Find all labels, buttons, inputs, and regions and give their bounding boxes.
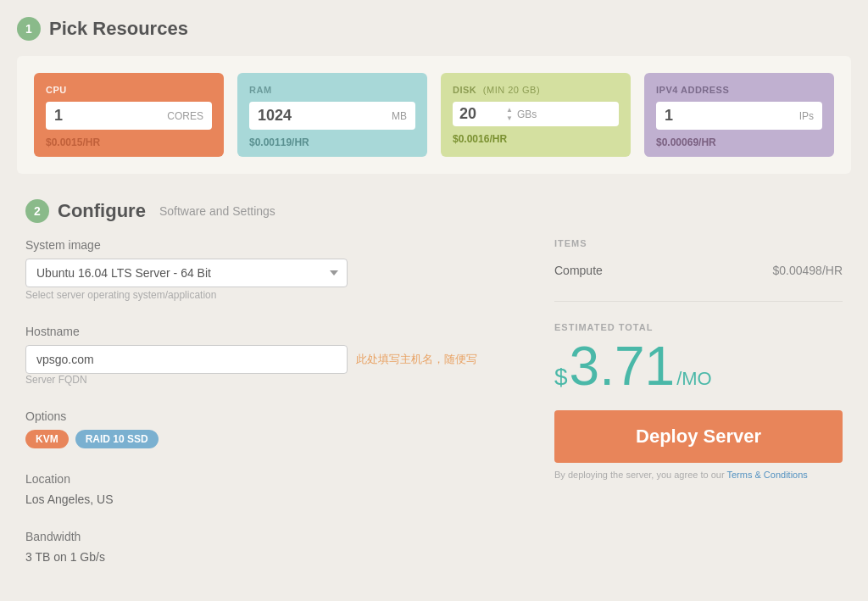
ram-label: RAM bbox=[249, 85, 415, 95]
section-2-number: 2 bbox=[25, 199, 49, 223]
terms-text: By deploying the server, you agree to ou… bbox=[554, 470, 843, 480]
disk-input-row[interactable]: ▲ ▼ GBs bbox=[453, 102, 619, 126]
ram-card: RAM 1024 MB $0.00119/HR bbox=[237, 73, 427, 157]
ipv4-input-row: 1 IPs bbox=[656, 102, 822, 130]
resources-grid: CPU 1 CORES $0.0015/HR RAM 1024 MB bbox=[34, 73, 834, 157]
cpu-price: $0.0015/HR bbox=[46, 136, 212, 148]
options-label: Options bbox=[25, 409, 529, 423]
configure-left: System image Ubuntu 16.04 LTS Server - 6… bbox=[25, 238, 529, 587]
disk-unit: GBs bbox=[517, 109, 537, 120]
estimated-total-section: ESTIMATED TOTAL $ 3.71 /MO bbox=[554, 322, 843, 393]
disk-label-suffix: (MIN 20 GB) bbox=[483, 85, 540, 95]
bandwidth-value: 3 TB on 1 Gb/s bbox=[25, 550, 105, 564]
hostname-annotation: 此处填写主机名，随便写 bbox=[356, 352, 477, 367]
section-2-title: Configure bbox=[58, 200, 146, 222]
section-1-title: Pick Resources bbox=[49, 18, 188, 40]
disk-price: $0.0016/HR bbox=[453, 133, 619, 145]
options-row: Options KVM RAID 10 SSD bbox=[25, 409, 529, 448]
system-image-hint: Select server operating system/applicati… bbox=[25, 289, 529, 301]
items-table: Compute $0.00498/HR bbox=[554, 260, 843, 281]
bandwidth-row: Bandwidth 3 TB on 1 Gb/s bbox=[25, 530, 529, 564]
configure-body: System image Ubuntu 16.04 LTS Server - 6… bbox=[25, 238, 843, 587]
disk-decrement[interactable]: ▼ bbox=[505, 114, 514, 123]
disk-card: DISK (MIN 20 GB) ▲ ▼ GBs $0.0016/HR bbox=[441, 73, 631, 157]
system-image-row: System image Ubuntu 16.04 LTS Server - 6… bbox=[25, 238, 529, 301]
ram-input-row: 1024 MB bbox=[249, 102, 415, 130]
bandwidth-label: Bandwidth bbox=[25, 530, 529, 543]
ram-price: $0.00119/HR bbox=[249, 136, 415, 148]
items-label-compute: Compute bbox=[554, 260, 672, 281]
system-image-select[interactable]: Ubuntu 16.04 LTS Server - 64 BitUbuntu 1… bbox=[25, 259, 348, 287]
items-row-compute: Compute $0.00498/HR bbox=[554, 260, 843, 281]
location-row: Location Los Angeles, US bbox=[25, 472, 529, 506]
ipv4-card: IPV4 ADDRESS 1 IPs $0.00069/HR bbox=[644, 73, 834, 157]
cpu-label: CPU bbox=[46, 85, 212, 95]
cpu-value: 1 bbox=[54, 107, 162, 125]
section-2: 2 Configure Software and Settings System… bbox=[17, 199, 851, 587]
price-amount: 3.71 bbox=[570, 339, 676, 393]
ipv4-unit: IPs bbox=[799, 110, 814, 122]
items-price-compute: $0.00498/HR bbox=[672, 260, 843, 281]
hostname-label: Hostname bbox=[25, 325, 529, 338]
raid-badge: RAID 10 SSD bbox=[75, 430, 159, 448]
location-label: Location bbox=[25, 472, 529, 486]
price-display: $ 3.71 /MO bbox=[554, 339, 843, 393]
cpu-card: CPU 1 CORES $0.0015/HR bbox=[34, 73, 224, 157]
configure-right: ITEMS Compute $0.00498/HR ESTIMATED TOTA… bbox=[554, 238, 843, 587]
disk-value-input[interactable] bbox=[459, 105, 502, 123]
deploy-server-button[interactable]: Deploy Server bbox=[554, 410, 843, 463]
price-dollar: $ bbox=[554, 364, 568, 391]
disk-stepper[interactable]: ▲ ▼ bbox=[505, 106, 514, 123]
disk-increment[interactable]: ▲ bbox=[505, 106, 514, 114]
location-value: Los Angeles, US bbox=[25, 492, 114, 506]
hostname-row: Hostname 此处填写主机名，随便写 Server FQDN bbox=[25, 325, 529, 386]
system-image-label: System image bbox=[25, 238, 529, 252]
ipv4-price: $0.00069/HR bbox=[656, 136, 822, 148]
terms-link[interactable]: Terms & Conditions bbox=[726, 470, 807, 480]
price-period: /MO bbox=[676, 368, 712, 390]
disk-label: DISK (MIN 20 GB) bbox=[453, 85, 619, 95]
hostname-input[interactable] bbox=[25, 345, 348, 374]
ipv4-value: 1 bbox=[665, 107, 794, 125]
cpu-unit: CORES bbox=[167, 110, 203, 122]
hostname-hint: Server FQDN bbox=[25, 374, 529, 386]
cpu-input-row: 1 CORES bbox=[46, 102, 212, 130]
section-1-number: 1 bbox=[17, 17, 41, 41]
options-badges: KVM RAID 10 SSD bbox=[25, 430, 529, 448]
estimated-label: ESTIMATED TOTAL bbox=[554, 322, 843, 332]
kvm-badge: KVM bbox=[25, 430, 69, 448]
section-2-subtitle: Software and Settings bbox=[159, 204, 275, 218]
ram-value: 1024 bbox=[258, 107, 387, 125]
ram-unit: MB bbox=[392, 110, 407, 122]
ipv4-label: IPV4 ADDRESS bbox=[656, 85, 822, 95]
items-header: ITEMS bbox=[554, 238, 843, 248]
